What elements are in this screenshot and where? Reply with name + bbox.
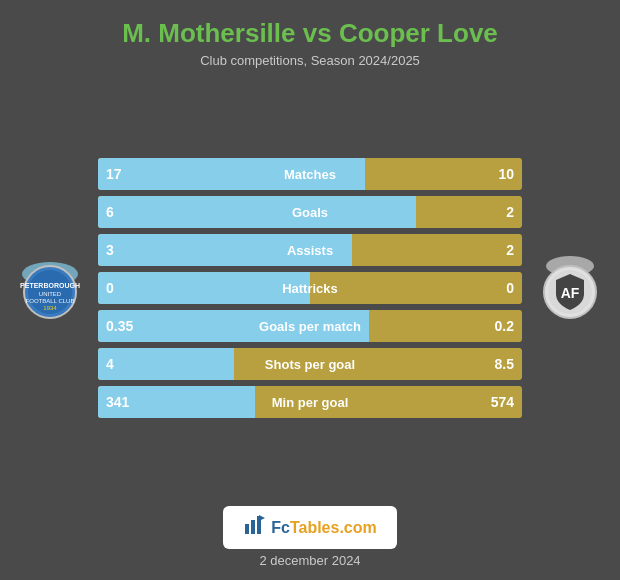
stat-right-value: 2 (472, 242, 522, 258)
stat-row: 6Goals2 (98, 196, 522, 228)
subtitle: Club competitions, Season 2024/2025 (20, 53, 600, 68)
stat-right-value: 0 (472, 280, 522, 296)
stat-right-value: 0.2 (472, 318, 522, 334)
stat-label: Matches (284, 167, 336, 182)
watermark-icon (243, 514, 265, 541)
stat-row: 341Min per goal574 (98, 386, 522, 418)
svg-text:UNITED: UNITED (39, 291, 62, 297)
stat-row: 0.35Goals per match0.2 (98, 310, 522, 342)
stat-row: 4Shots per goal8.5 (98, 348, 522, 380)
svg-rect-11 (245, 524, 249, 534)
team-logo-left-svg: PETERBOROUGH UNITED FOOTBALL CLUB 1934 (18, 256, 82, 320)
stat-row: 17Matches10 (98, 158, 522, 190)
stat-left-value: 0.35 (98, 318, 148, 334)
team-logo-left: PETERBOROUGH UNITED FOOTBALL CLUB 1934 (10, 256, 90, 320)
stat-label: Goals per match (259, 319, 361, 334)
stat-right-value: 2 (472, 204, 522, 220)
team-logo-right-svg: AF (538, 256, 602, 320)
svg-text:1934: 1934 (43, 305, 57, 311)
watermark-text: FcTables.com (271, 519, 377, 537)
stat-left-value: 341 (98, 394, 148, 410)
stat-left-value: 4 (98, 356, 148, 372)
stat-right-value: 10 (472, 166, 522, 182)
stats-container: 17Matches106Goals23Assists20Hattricks00.… (90, 158, 530, 418)
stat-label: Assists (287, 243, 333, 258)
content-area: PETERBOROUGH UNITED FOOTBALL CLUB 1934 1… (0, 74, 620, 502)
page-title: M. Mothersille vs Cooper Love (20, 18, 600, 49)
stat-label: Min per goal (272, 395, 349, 410)
stat-left-value: 6 (98, 204, 148, 220)
stat-row: 0Hattricks0 (98, 272, 522, 304)
stat-left-value: 17 (98, 166, 148, 182)
svg-marker-14 (259, 515, 265, 521)
team-logo-right: AF (530, 256, 610, 320)
svg-text:AF: AF (561, 285, 580, 301)
stat-right-value: 574 (472, 394, 522, 410)
svg-text:FOOTBALL CLUB: FOOTBALL CLUB (26, 298, 75, 304)
stat-left-value: 0 (98, 280, 148, 296)
stat-right-value: 8.5 (472, 356, 522, 372)
stat-label: Hattricks (282, 281, 338, 296)
stat-row: 3Assists2 (98, 234, 522, 266)
stat-left-value: 3 (98, 242, 148, 258)
stat-label: Shots per goal (265, 357, 355, 372)
svg-text:PETERBOROUGH: PETERBOROUGH (20, 282, 80, 289)
svg-rect-12 (251, 520, 255, 534)
watermark: FcTables.com (223, 506, 397, 549)
footer-date: 2 december 2024 (259, 553, 360, 580)
stat-label: Goals (292, 205, 328, 220)
